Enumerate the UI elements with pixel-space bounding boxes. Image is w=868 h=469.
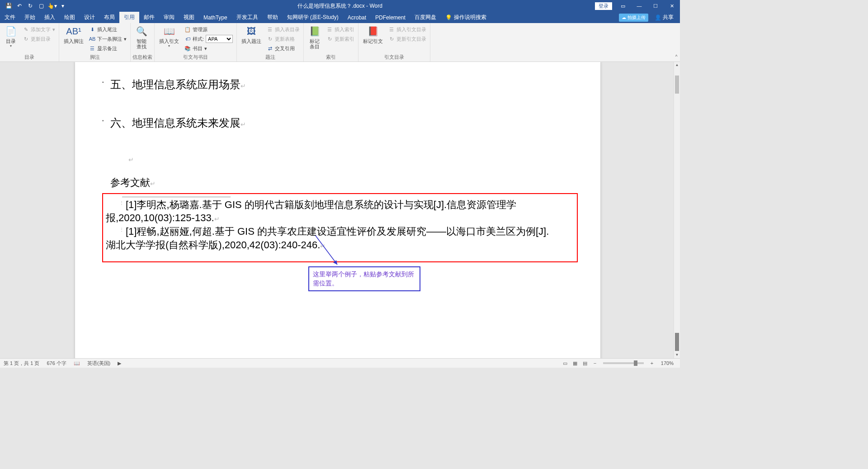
tab-pdfelement[interactable]: PDFelement [371,12,410,23]
vertical-scrollbar[interactable]: ▲ ▼ [674,62,680,358]
page-indicator[interactable]: 第 1 页，共 1 页 [0,360,43,367]
group-captions: 🖼插入题注 ☰插入表目录 ↻更新表格 ⇄交叉引用 题注 [237,23,304,62]
bibliography-button[interactable]: 📚书目 ▾ [183,44,235,53]
index-icon: ☰ [326,26,333,33]
macro-icon[interactable]: ▶ [114,360,125,366]
tab-developer[interactable]: 开发工具 [232,12,263,23]
update-idx-icon: ↻ [326,36,333,42]
insert-index-button[interactable]: ☰插入索引 [325,25,356,34]
redo-icon[interactable]: ↻ [25,1,35,11]
scroll-thumb-bottom[interactable] [675,333,679,351]
touch-mode-icon[interactable]: 👆▾ [47,1,57,11]
tab-review[interactable]: 审阅 [159,12,179,23]
tab-layout[interactable]: 布局 [99,12,119,23]
spellcheck-icon[interactable]: 📖 [70,360,84,366]
group-index: 📗标记 条目 ☰插入索引 ↻更新索引 索引 [304,23,359,62]
insert-tof-button[interactable]: ☰插入表目录 [265,25,302,34]
group-citations: 📖插入引文▾ 📋管理源 🏷样式: APA 📚书目 ▾ 引文与书目 [155,23,237,62]
tell-me[interactable]: 💡操作说明搜索 [441,12,491,23]
scroll-thumb[interactable] [675,76,679,94]
read-mode-icon[interactable]: ▭ [561,359,570,367]
insert-toa-button[interactable]: ☰插入引文目录 [387,25,428,34]
word-count[interactable]: 676 个字 [43,360,70,367]
add-text-button[interactable]: ✎添加文字 ▾ [21,25,57,34]
heading-6[interactable]: 六、地理信息系统未来发展↵ [110,114,560,133]
mark-citation-button[interactable]: 📕标记引文 [360,24,386,45]
scroll-down-icon[interactable]: ▼ [674,352,680,358]
baidu-upload-button[interactable]: ☁拍摄上传 [619,14,648,22]
scroll-up-icon[interactable]: ▲ [674,62,680,68]
mark-cit-icon: 📕 [367,25,379,38]
mark-entry-button[interactable]: 📗标记 条目 [306,24,324,50]
language-indicator[interactable]: 英语(美国) [84,360,114,367]
para-mark-icon: ↵ [320,242,326,250]
tab-mathtype[interactable]: MathType [199,12,232,23]
group-toc-label: 目录 [2,53,57,62]
zoom-slider[interactable] [603,362,644,364]
print-layout-icon[interactable]: ▦ [571,359,580,367]
document-area[interactable]: 五、地理信息系统应用场景↵ 六、地理信息系统未来发展↵ ↵ 参考文献↵ ⋮[1]… [0,62,674,358]
next-footnote-button[interactable]: AB下一条脚注 ▾ [87,34,128,43]
empty-paragraph[interactable]: ↵ [128,152,560,166]
references-title[interactable]: 参考文献↵ [110,174,560,191]
insert-citation-button[interactable]: 📖插入引文▾ [156,24,182,49]
tab-help[interactable]: 帮助 [263,12,283,23]
smart-lookup-button[interactable]: 🔍智能 查找 [132,24,151,50]
insert-footnote-button[interactable]: AB¹插入脚注 [61,24,86,45]
toc-button[interactable]: 📄目录▾ [2,24,20,49]
title-bar: 💾 ↶ ↻ ▢ 👆▾ ▾ 什么是地理信息系统？.docx - Word 登录 ▭… [0,0,680,12]
page[interactable]: 五、地理信息系统应用场景↵ 六、地理信息系统未来发展↵ ↵ 参考文献↵ ⋮[1]… [75,62,600,358]
update-toc-button: ↻更新目录 [21,34,57,43]
tab-references[interactable]: 引用 [119,12,139,23]
zoom-thumb[interactable] [634,360,637,366]
tab-acrobat[interactable]: Acrobat [343,12,371,23]
style-select[interactable]: APA [206,35,233,43]
add-text-icon: ✎ [23,26,29,33]
caption-icon: 🖼 [245,25,258,38]
maximize-icon[interactable]: ☐ [647,0,664,12]
group-citations-label: 引文与书目 [156,53,235,62]
close-icon[interactable]: ✕ [664,0,680,12]
tab-home[interactable]: 开始 [20,12,40,23]
tab-cnki[interactable]: 知网研学 (原E-Study) [283,12,343,23]
heading-5[interactable]: 五、地理信息系统应用场景↵ [110,76,560,94]
show-notes-button[interactable]: ☰显示备注 [87,44,128,53]
reference-2[interactable]: ⋮[1]程畅,赵丽娅,何超.基于 GIS 的共享农庄建设适宜性评价及发展研究——… [106,225,574,251]
tab-design[interactable]: 设计 [80,12,99,23]
status-bar: 第 1 页，共 1 页 676 个字 📖 英语(美国) ▶ ▭ ▦ ▤ − + … [0,358,680,368]
zoom-level[interactable]: 170% [657,360,677,366]
tof-icon: ☰ [267,26,273,33]
manage-sources-button[interactable]: 📋管理源 [183,25,235,34]
collapse-ribbon-icon[interactable]: ^ [674,54,679,59]
tab-mailings[interactable]: 邮件 [139,12,159,23]
insert-endnote-button[interactable]: ⬇插入尾注 [87,25,128,34]
references-box[interactable]: ⋮[1]李明杰,杨璐嘉.基于 GIS 的明代古籍版刻地理信息系统的设计与实现[J… [102,193,578,263]
quick-access-toolbar: 💾 ↶ ↻ ▢ 👆▾ ▾ [0,1,68,11]
zoom-out-icon[interactable]: − [590,359,599,367]
undo-icon[interactable]: ↶ [14,1,24,11]
update-tof-button: ↻更新表格 [265,34,302,43]
tab-file[interactable]: 文件 [0,12,20,23]
minimize-icon[interactable]: — [631,0,647,12]
tab-insert[interactable]: 插入 [40,12,60,23]
web-layout-icon[interactable]: ▤ [580,359,590,367]
tab-draw[interactable]: 绘图 [60,12,80,23]
login-button[interactable]: 登录 [595,2,612,10]
save-icon[interactable]: 💾 [4,1,14,11]
annotation-callout[interactable]: 这里举两个例子，粘贴参考文献到所需位置。 [308,266,420,291]
ribbon-options-icon[interactable]: ▭ [615,0,631,12]
reference-1[interactable]: ⋮[1]李明杰,杨璐嘉.基于 GIS 的明代古籍版刻地理信息系统的设计与实现[J… [106,198,574,225]
tab-baidu[interactable]: 百度网盘 [410,12,441,23]
tell-me-label: 操作说明搜索 [454,14,486,21]
tab-view[interactable]: 视图 [179,12,199,23]
group-index-label: 索引 [306,53,356,62]
citation-style-row: 🏷样式: APA [183,34,235,43]
zoom-in-icon[interactable]: + [647,359,656,367]
share-button[interactable]: 👤共享 [652,14,676,21]
page-content[interactable]: 五、地理信息系统应用场景↵ 六、地理信息系统未来发展↵ ↵ 参考文献↵ ⋮[1]… [75,62,600,262]
group-research: 🔍智能 查找 信息检索 [131,23,155,62]
qat-customize-icon[interactable]: ▾ [58,1,68,11]
crossref-button[interactable]: ⇄交叉引用 [265,44,302,53]
insert-caption-button[interactable]: 🖼插入题注 [239,24,264,45]
new-icon[interactable]: ▢ [36,1,46,11]
